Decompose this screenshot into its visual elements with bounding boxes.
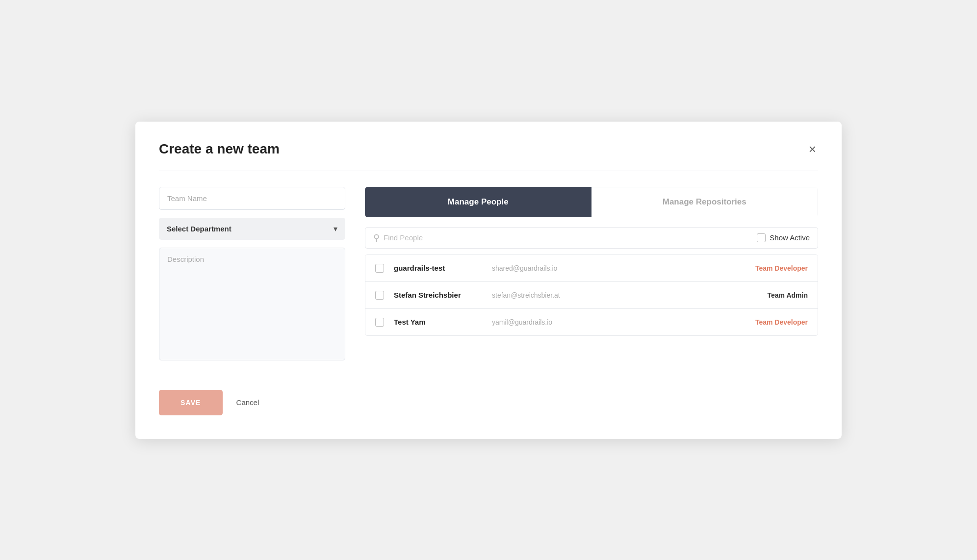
person-role: Team Developer: [744, 318, 808, 326]
search-icon: ⚲: [373, 232, 380, 243]
row-checkbox[interactable]: [375, 318, 384, 327]
person-role: Team Admin: [744, 291, 808, 299]
tab-manage-people[interactable]: Manage People: [365, 187, 591, 217]
person-email: stefan@streichsbier.at: [492, 291, 734, 299]
modal-footer: SAVE Cancel: [159, 390, 818, 415]
header-divider: [159, 171, 818, 171]
row-checkbox[interactable]: [375, 264, 384, 273]
person-email: shared@guardrails.io: [492, 264, 734, 272]
team-name-input[interactable]: [159, 187, 345, 210]
department-select-wrapper: Select Department ▾: [159, 218, 345, 240]
person-email: yamil@guardrails.io: [492, 318, 734, 326]
modal-body: Select Department ▾ Manage People Manage…: [159, 187, 818, 360]
modal-title: Create a new team: [159, 141, 280, 157]
table-row: Stefan Streichsbier stefan@streichsbier.…: [365, 282, 818, 309]
modal-header: Create a new team ×: [159, 141, 818, 157]
create-team-modal: Create a new team × Select Department ▾ …: [135, 122, 842, 439]
tab-manage-repos[interactable]: Manage Repositories: [591, 187, 819, 217]
table-row: guardrails-test shared@guardrails.io Tea…: [365, 255, 818, 282]
person-name: Stefan Streichsbier: [394, 291, 482, 299]
tabs: Manage People Manage Repositories: [365, 187, 818, 217]
cancel-button[interactable]: Cancel: [236, 398, 259, 407]
table-row: Test Yam yamil@guardrails.io Team Develo…: [365, 309, 818, 335]
people-list: guardrails-test shared@guardrails.io Tea…: [365, 255, 818, 336]
save-button[interactable]: SAVE: [159, 390, 223, 415]
department-select[interactable]: Select Department: [159, 218, 345, 240]
close-button[interactable]: ×: [807, 143, 818, 155]
show-active-label: Show Active: [770, 233, 810, 242]
search-row: ⚲ Show Active: [365, 227, 818, 249]
find-people-input[interactable]: [384, 233, 747, 242]
show-active-wrap: Show Active: [757, 233, 810, 242]
description-textarea[interactable]: [159, 248, 345, 360]
row-checkbox[interactable]: [375, 291, 384, 300]
left-column: Select Department ▾: [159, 187, 345, 360]
person-name: guardrails-test: [394, 264, 482, 272]
person-role: Team Developer: [744, 264, 808, 272]
show-active-checkbox[interactable]: [757, 233, 766, 242]
right-column: Manage People Manage Repositories ⚲ Show…: [365, 187, 818, 336]
person-name: Test Yam: [394, 318, 482, 326]
